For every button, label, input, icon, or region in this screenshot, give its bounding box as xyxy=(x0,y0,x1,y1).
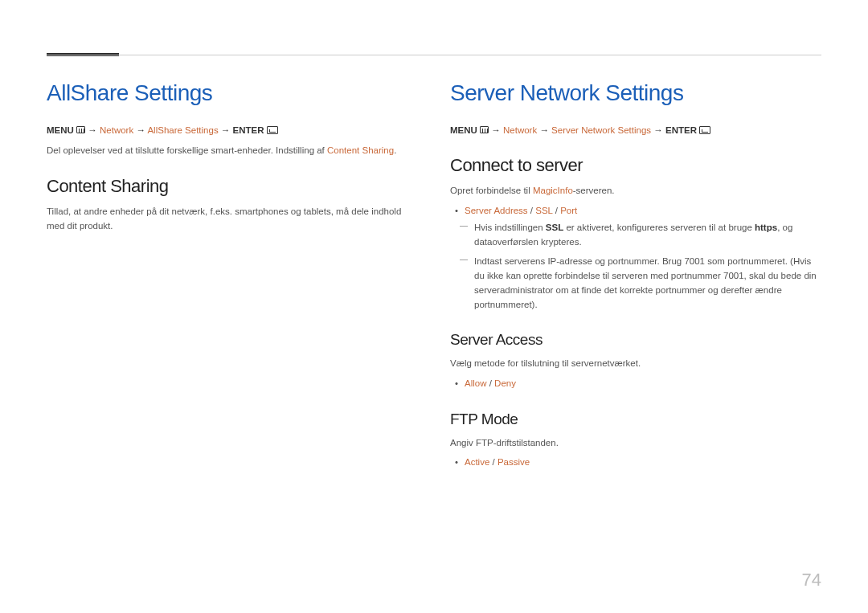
connect-pre: Opret forbindelse til xyxy=(450,186,533,195)
left-column: AllShare Settings MENU → Network → AllSh… xyxy=(47,80,418,473)
content-sharing-body: Tillad, at andre enheder på dit netværk,… xyxy=(47,205,418,234)
crumb-menu: MENU xyxy=(47,125,74,135)
connect-bullet-list: Server Address / SSL / Port xyxy=(450,203,821,218)
opt-allow: Allow xyxy=(465,378,486,388)
intro-link-content-sharing: Content Sharing xyxy=(327,145,394,155)
crumb-arrow: → xyxy=(491,125,501,135)
header-rule xyxy=(47,55,821,55)
page-number: 74 xyxy=(802,570,821,591)
crumb-arrow: → xyxy=(88,125,97,135)
ftp-mode-heading: FTP Mode xyxy=(450,411,821,428)
https-bold: https xyxy=(755,223,777,232)
opt-port: Port xyxy=(560,206,577,215)
server-breadcrumb: MENU → Network → Server Network Settings… xyxy=(450,124,821,137)
ssl-note-pre: Hvis indstillingen xyxy=(474,223,546,232)
ftp-mode-body: Angiv FTP-driftstilstanden. xyxy=(450,436,821,451)
crumb-server-network-settings: Server Network Settings xyxy=(551,125,651,135)
separator: / xyxy=(486,378,494,388)
opt-active: Active xyxy=(465,457,489,467)
list-item: Hvis indstillingen SSL er aktiveret, kon… xyxy=(474,221,821,250)
menu-icon xyxy=(480,126,489,133)
two-column-layout: AllShare Settings MENU → Network → AllSh… xyxy=(47,80,821,473)
list-item: Active / Passive xyxy=(465,455,821,469)
server-access-bullet-list: Allow / Deny xyxy=(450,376,821,390)
connect-intro: Opret forbindelse til MagicInfo-serveren… xyxy=(450,184,821,198)
allshare-intro: Del oplevelser ved at tilslutte forskell… xyxy=(47,144,418,158)
menu-icon xyxy=(76,126,85,133)
opt-deny: Deny xyxy=(494,378,516,388)
crumb-arrow: → xyxy=(653,125,663,135)
enter-icon xyxy=(267,126,278,134)
crumb-arrow: → xyxy=(539,125,549,135)
opt-ssl: SSL xyxy=(535,206,552,215)
crumb-enter: ENTER xyxy=(665,125,697,135)
crumb-arrow: → xyxy=(221,125,231,135)
intro-text-pre: Del oplevelser ved at tilslutte forskell… xyxy=(47,145,327,155)
intro-text-post: . xyxy=(394,145,396,155)
crumb-menu: MENU xyxy=(450,125,477,135)
server-access-body: Vælg metode for tilslutning til serverne… xyxy=(450,357,821,371)
connect-to-server-heading: Connect to server xyxy=(450,155,821,176)
server-access-heading: Server Access xyxy=(450,331,821,349)
allshare-settings-heading: AllShare Settings xyxy=(47,80,418,106)
crumb-arrow: → xyxy=(136,125,145,135)
allshare-breadcrumb: MENU → Network → AllShare Settings → ENT… xyxy=(47,124,418,137)
right-column: Server Network Settings MENU → Network →… xyxy=(450,80,821,473)
crumb-allshare: AllShare Settings xyxy=(147,125,218,135)
connect-post: -serveren. xyxy=(573,186,615,195)
list-item: Indtast serverens IP-adresse og portnumm… xyxy=(474,255,821,312)
ssl-note-mid: er aktiveret, konfigureres serveren til … xyxy=(563,223,755,232)
manual-page: AllShare Settings MENU → Network → AllSh… xyxy=(0,0,868,497)
connect-dash-list: Hvis indstillingen SSL er aktiveret, kon… xyxy=(450,221,821,312)
separator: / xyxy=(489,457,497,467)
crumb-network: Network xyxy=(503,125,537,135)
separator: / xyxy=(528,206,536,215)
opt-passive: Passive xyxy=(497,457,530,467)
crumb-network: Network xyxy=(100,125,133,135)
content-sharing-heading: Content Sharing xyxy=(47,176,418,197)
server-network-settings-heading: Server Network Settings xyxy=(450,80,821,106)
ssl-bold: SSL xyxy=(546,223,563,232)
crumb-enter: ENTER xyxy=(233,125,264,135)
separator: / xyxy=(553,206,561,215)
enter-icon xyxy=(699,126,710,134)
magicinfo-link: MagicInfo xyxy=(533,186,573,195)
opt-server-address: Server Address xyxy=(465,206,528,215)
list-item: Allow / Deny xyxy=(465,376,821,390)
list-item: Server Address / SSL / Port xyxy=(465,203,821,218)
ftp-bullet-list: Active / Passive xyxy=(450,455,821,469)
